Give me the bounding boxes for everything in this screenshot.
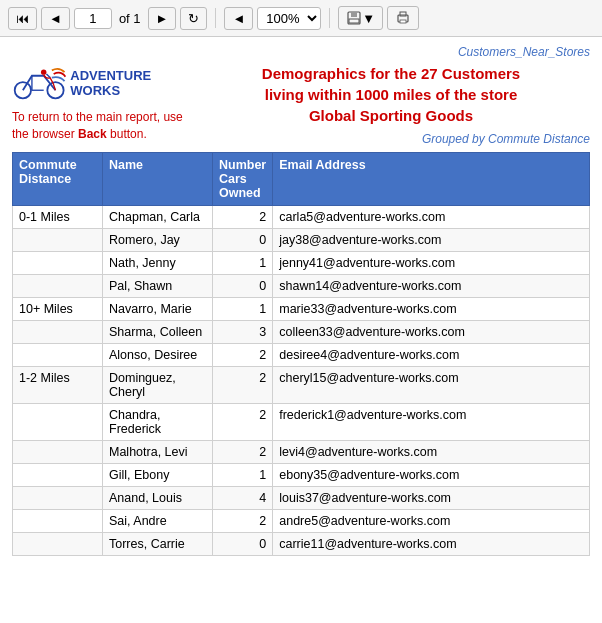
refresh-button[interactable]: ↻ xyxy=(180,7,207,30)
zoom-select[interactable]: 100% 25% 50% 75% 150% 200% xyxy=(257,7,321,30)
cell-cars: 1 xyxy=(213,252,273,275)
cell-name: Romero, Jay xyxy=(103,229,213,252)
cell-email: louis37@adventure-works.com xyxy=(273,487,590,510)
table-row: Malhotra, Levi2levi4@adventure-works.com xyxy=(13,441,590,464)
table-row: Nath, Jenny1jenny41@adventure-works.com xyxy=(13,252,590,275)
save-button[interactable]: ▼ xyxy=(338,6,383,30)
cell-cars: 1 xyxy=(213,464,273,487)
cell-name: Torres, Carrie xyxy=(103,533,213,556)
cell-cars: 2 xyxy=(213,441,273,464)
cell-name: Nath, Jenny xyxy=(103,252,213,275)
cell-cars: 2 xyxy=(213,510,273,533)
cell-commute xyxy=(13,275,103,298)
cell-cars: 2 xyxy=(213,404,273,441)
toolbar: ⏮ ◄ 1 of 1 ► ↻ ◄ 100% 25% 50% 75% 150% 2… xyxy=(0,0,602,37)
cell-name: Chandra, Frederick xyxy=(103,404,213,441)
customers-near-stores-link[interactable]: Customers_Near_Stores xyxy=(458,45,590,59)
cell-commute xyxy=(13,229,103,252)
cell-email: marie33@adventure-works.com xyxy=(273,298,590,321)
cell-commute xyxy=(13,533,103,556)
logo-area: ADVENTURE WORKS To return to the main re… xyxy=(12,63,192,143)
print-icon xyxy=(395,10,411,26)
col-header-name: Name xyxy=(103,153,213,206)
cell-cars: 0 xyxy=(213,229,273,252)
table-header-row: Commute Distance Name Number Cars Owned … xyxy=(13,153,590,206)
report-title-area: Demographics for the 27 Customers living… xyxy=(192,63,590,146)
cell-email: andre5@adventure-works.com xyxy=(273,510,590,533)
svg-point-10 xyxy=(41,69,46,74)
logo: ADVENTURE WORKS xyxy=(12,63,192,103)
cell-commute xyxy=(13,321,103,344)
cell-email: levi4@adventure-works.com xyxy=(273,441,590,464)
table-row: Alonso, Desiree2desiree4@adventure-works… xyxy=(13,344,590,367)
cell-email: carrie11@adventure-works.com xyxy=(273,533,590,556)
cell-email: frederick1@adventure-works.com xyxy=(273,404,590,441)
cell-email: ebony35@adventure-works.com xyxy=(273,464,590,487)
cell-commute xyxy=(13,510,103,533)
cell-cars: 2 xyxy=(213,206,273,229)
cell-commute xyxy=(13,464,103,487)
cell-name: Pal, Shawn xyxy=(103,275,213,298)
table-row: Sharma, Colleen3colleen33@adventure-work… xyxy=(13,321,590,344)
cell-name: Sharma, Colleen xyxy=(103,321,213,344)
cell-cars: 0 xyxy=(213,533,273,556)
cell-cars: 2 xyxy=(213,367,273,404)
cell-name: Navarro, Marie xyxy=(103,298,213,321)
cell-name: Anand, Louis xyxy=(103,487,213,510)
table-row: Chandra, Frederick2frederick1@adventure-… xyxy=(13,404,590,441)
cell-email: colleen33@adventure-works.com xyxy=(273,321,590,344)
next-page-button[interactable]: ► xyxy=(148,7,177,30)
report-title: Demographics for the 27 Customers living… xyxy=(192,63,590,126)
toolbar-separator-2 xyxy=(329,8,330,28)
cell-name: Alonso, Desiree xyxy=(103,344,213,367)
cell-name: Gill, Ebony xyxy=(103,464,213,487)
cell-email: jay38@adventure-works.com xyxy=(273,229,590,252)
page-number-input[interactable]: 1 xyxy=(74,8,112,29)
table-row: Sai, Andre2andre5@adventure-works.com xyxy=(13,510,590,533)
report-link[interactable]: Customers_Near_Stores xyxy=(12,45,590,59)
cell-email: cheryl15@adventure-works.com xyxy=(273,367,590,404)
report-area: Customers_Near_Stores xyxy=(0,37,602,568)
table-row: Pal, Shawn0shawn14@adventure-works.com xyxy=(13,275,590,298)
table-row: Anand, Louis4louis37@adventure-works.com xyxy=(13,487,590,510)
data-table: Commute Distance Name Number Cars Owned … xyxy=(12,152,590,556)
cell-commute: 1-2 Miles xyxy=(13,367,103,404)
cell-email: carla5@adventure-works.com xyxy=(273,206,590,229)
cell-cars: 2 xyxy=(213,344,273,367)
cell-commute xyxy=(13,487,103,510)
svg-rect-5 xyxy=(400,20,406,23)
cell-commute xyxy=(13,344,103,367)
table-row: 0-1 MilesChapman, Carla2carla5@adventure… xyxy=(13,206,590,229)
cell-cars: 0 xyxy=(213,275,273,298)
table-row: Gill, Ebony1ebony35@adventure-works.com xyxy=(13,464,590,487)
table-row: 10+ MilesNavarro, Marie1marie33@adventur… xyxy=(13,298,590,321)
col-header-commute: Commute Distance xyxy=(13,153,103,206)
svg-point-6 xyxy=(15,82,31,98)
svg-line-11 xyxy=(46,74,50,78)
logo-bike-icon xyxy=(12,63,66,103)
header-section: ADVENTURE WORKS To return to the main re… xyxy=(12,63,590,146)
first-page-button[interactable]: ⏮ xyxy=(8,7,37,30)
toolbar-separator-1 xyxy=(215,8,216,28)
col-header-cars: Number Cars Owned xyxy=(213,153,273,206)
return-note: To return to the main report, use the br… xyxy=(12,109,192,143)
cell-commute: 0-1 Miles xyxy=(13,206,103,229)
cell-name: Chapman, Carla xyxy=(103,206,213,229)
cell-name: Malhotra, Levi xyxy=(103,441,213,464)
logo-text: ADVENTURE WORKS xyxy=(70,68,192,98)
cell-cars: 4 xyxy=(213,487,273,510)
cell-commute: 10+ Miles xyxy=(13,298,103,321)
print-button[interactable] xyxy=(387,6,419,30)
cell-name: Sai, Andre xyxy=(103,510,213,533)
cell-cars: 1 xyxy=(213,298,273,321)
save-icon xyxy=(346,10,362,26)
cell-cars: 3 xyxy=(213,321,273,344)
cell-name: Dominguez, Cheryl xyxy=(103,367,213,404)
cell-email: desiree4@adventure-works.com xyxy=(273,344,590,367)
col-header-email: Email Address xyxy=(273,153,590,206)
back-nav-button[interactable]: ◄ xyxy=(224,7,253,30)
cell-email: jenny41@adventure-works.com xyxy=(273,252,590,275)
cell-commute xyxy=(13,441,103,464)
cell-email: shawn14@adventure-works.com xyxy=(273,275,590,298)
prev-page-button[interactable]: ◄ xyxy=(41,7,70,30)
